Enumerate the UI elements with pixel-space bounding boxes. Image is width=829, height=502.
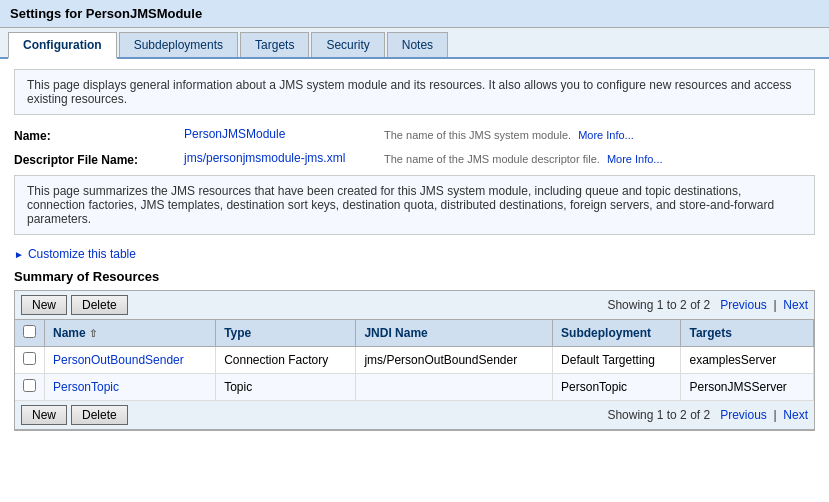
descriptor-label: Descriptor File Name:: [14, 151, 184, 167]
resources-table-container: New Delete Showing 1 to 2 of 2 Previous …: [14, 290, 815, 431]
row1-checkbox[interactable]: [23, 352, 36, 365]
new-button-top[interactable]: New: [21, 295, 67, 315]
summary-box: This page summarizes the JMS resources t…: [14, 175, 815, 235]
tab-targets[interactable]: Targets: [240, 32, 309, 57]
row2-name-cell: PersonTopic: [45, 374, 216, 401]
table-row: PersonTopic Topic PersonTopic PersonJMSS…: [15, 374, 814, 401]
pager-top-count: Showing 1 to 2 of 2: [607, 298, 710, 312]
page-info-text: This page displays general information a…: [27, 78, 791, 106]
row2-targets-cell: PersonJMSServer: [681, 374, 814, 401]
header-targets: Targets: [681, 320, 814, 347]
name-description: The name of this JMS system module. More…: [384, 127, 815, 141]
header-name-label: Name: [53, 326, 86, 340]
row1-targets-cell: examplesServer: [681, 347, 814, 374]
row2-type-cell: Topic: [216, 374, 356, 401]
window-title: Settings for PersonJMSModule: [0, 0, 829, 28]
table-row: PersonOutBoundSender Connection Factory …: [15, 347, 814, 374]
delete-button-top[interactable]: Delete: [71, 295, 128, 315]
name-field-row: Name: PersonJMSModule The name of this J…: [14, 127, 815, 143]
header-jndi-name: JNDI Name: [356, 320, 553, 347]
name-more-info-link[interactable]: More Info...: [578, 129, 634, 141]
row1-name-link[interactable]: PersonOutBoundSender: [53, 353, 184, 367]
row1-subdeployment-cell: Default Targetting: [553, 347, 681, 374]
tab-security[interactable]: Security: [311, 32, 384, 57]
row2-subdeployment-cell: PersonTopic: [553, 374, 681, 401]
table-header-row: Name ⇧ Type JNDI Name Subdeployment Targ…: [15, 320, 814, 347]
tab-subdeployments[interactable]: Subdeployments: [119, 32, 238, 57]
table-buttons-bottom: New Delete: [21, 405, 128, 425]
name-label: Name:: [14, 127, 184, 143]
next-link-top[interactable]: Next: [783, 298, 808, 312]
descriptor-field-row: Descriptor File Name: jms/personjmsmodul…: [14, 151, 815, 167]
previous-link-top[interactable]: Previous: [720, 298, 767, 312]
row2-jndi-cell: [356, 374, 553, 401]
page-content: This page displays general information a…: [0, 59, 829, 441]
customize-table-link[interactable]: ► Customize this table: [14, 247, 815, 261]
row1-checkbox-cell: [15, 347, 45, 374]
header-type: Type: [216, 320, 356, 347]
next-link-bottom[interactable]: Next: [783, 408, 808, 422]
new-button-bottom[interactable]: New: [21, 405, 67, 425]
tab-configuration[interactable]: Configuration: [8, 32, 117, 59]
table-toolbar-top: New Delete Showing 1 to 2 of 2 Previous …: [15, 291, 814, 320]
row2-checkbox-cell: [15, 374, 45, 401]
select-all-checkbox[interactable]: [23, 325, 36, 338]
table-buttons-top: New Delete: [21, 295, 128, 315]
row2-name-link[interactable]: PersonTopic: [53, 380, 119, 394]
table-toolbar-bottom: New Delete Showing 1 to 2 of 2 Previous …: [15, 401, 814, 430]
header-checkbox[interactable]: [15, 320, 45, 347]
header-subdeployment: Subdeployment: [553, 320, 681, 347]
row1-jndi-cell: jms/PersonOutBoundSender: [356, 347, 553, 374]
tab-notes[interactable]: Notes: [387, 32, 448, 57]
resources-table: Name ⇧ Type JNDI Name Subdeployment Targ…: [15, 320, 814, 401]
row1-name-cell: PersonOutBoundSender: [45, 347, 216, 374]
descriptor-description: The name of the JMS module descriptor fi…: [384, 151, 815, 165]
pager-top: Showing 1 to 2 of 2 Previous | Next: [607, 298, 808, 312]
pager-bottom: Showing 1 to 2 of 2 Previous | Next: [607, 408, 808, 422]
row2-checkbox[interactable]: [23, 379, 36, 392]
summary-text: This page summarizes the JMS resources t…: [27, 184, 774, 226]
previous-link-bottom[interactable]: Previous: [720, 408, 767, 422]
pager-bottom-count: Showing 1 to 2 of 2: [607, 408, 710, 422]
delete-button-bottom[interactable]: Delete: [71, 405, 128, 425]
tabs-bar: Configuration Subdeployments Targets Sec…: [0, 28, 829, 59]
descriptor-more-info-link[interactable]: More Info...: [607, 153, 663, 165]
descriptor-value: jms/personjmsmodule-jms.xml: [184, 151, 384, 165]
section-title: Summary of Resources: [14, 269, 815, 284]
row1-type-cell: Connection Factory: [216, 347, 356, 374]
customize-label: Customize this table: [28, 247, 136, 261]
name-value: PersonJMSModule: [184, 127, 384, 141]
header-name: Name ⇧: [45, 320, 216, 347]
customize-arrow-icon: ►: [14, 249, 24, 260]
page-info-box: This page displays general information a…: [14, 69, 815, 115]
name-sort-icon[interactable]: ⇧: [89, 328, 97, 339]
